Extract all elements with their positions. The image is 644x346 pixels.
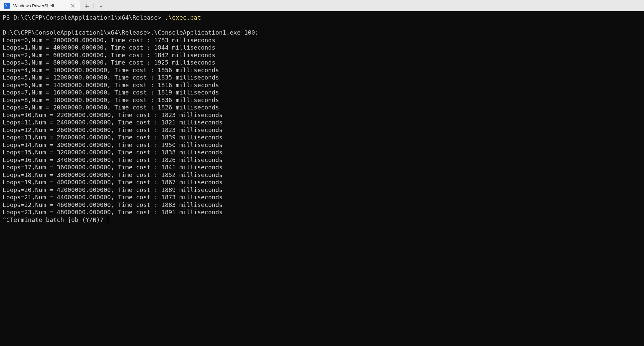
tab-title: Windows PowerShell xyxy=(13,3,66,8)
output-line: Loops=1,Num = 4000000.000000, Time cost … xyxy=(3,44,641,52)
output-line: Loops=16,Num = 34000000.000000, Time cos… xyxy=(3,156,641,164)
output-line: Loops=2,Num = 6000000.000000, Time cost … xyxy=(3,52,641,59)
output-line: Loops=0,Num = 2000000.000000, Time cost … xyxy=(3,37,641,44)
output-line: Loops=4,Num = 10000000.000000, Time cost… xyxy=(3,67,641,74)
tab-dropdown-button[interactable] xyxy=(95,1,107,11)
cursor xyxy=(108,216,108,223)
output-line: Loops=3,Num = 8000000.000000, Time cost … xyxy=(3,59,641,67)
output-line: Loops=18,Num = 38000000.000000, Time cos… xyxy=(3,171,641,179)
output-line: Loops=6,Num = 14000000.000000, Time cost… xyxy=(3,82,641,89)
output-line: Loops=8,Num = 18000000.000000, Time cost… xyxy=(3,96,641,104)
output-line: Loops=5,Num = 12000000.000000, Time cost… xyxy=(3,74,641,82)
output-line: Loops=23,Num = 48000000.000000, Time cos… xyxy=(3,209,641,216)
output-line: Loops=12,Num = 26000000.000000, Time cos… xyxy=(3,126,641,134)
terminal-window: Windows PowerShell PS D:\C\CPP\ConsoleAp… xyxy=(0,0,644,346)
output-line: Loops=15,Num = 32000000.000000, Time cos… xyxy=(3,149,641,156)
blank-line xyxy=(3,22,641,29)
output-line: Loops=19,Num = 40000000.000000, Time cos… xyxy=(3,179,641,186)
output-line: Loops=14,Num = 30000000.000000, Time cos… xyxy=(3,141,641,149)
terminate-prompt: ^CTerminate batch job (Y/N)? xyxy=(3,216,641,224)
output-line: Loops=20,Num = 42000000.000000, Time cos… xyxy=(3,186,641,194)
tab-powershell[interactable]: Windows PowerShell xyxy=(0,0,80,11)
new-tab-button[interactable] xyxy=(81,1,92,11)
output-line: Loops=9,Num = 20000000.000000, Time cost… xyxy=(3,104,641,111)
output-line: Loops=7,Num = 16000000.000000, Time cost… xyxy=(3,89,641,96)
output-line: Loops=22,Num = 46000000.000000, Time cos… xyxy=(3,201,641,209)
terminal-output[interactable]: PS D:\C\CPP\ConsoleApplication1\x64\Rele… xyxy=(0,11,644,346)
output-line: Loops=13,Num = 28000000.000000, Time cos… xyxy=(3,134,641,141)
close-tab-button[interactable] xyxy=(69,2,77,9)
tab-divider xyxy=(93,3,93,9)
powershell-icon xyxy=(4,3,10,9)
prompt-line: PS D:\C\CPP\ConsoleApplication1\x64\Rele… xyxy=(3,14,641,22)
output-line: Loops=10,Num = 22000000.000000, Time cos… xyxy=(3,111,641,119)
exec-line: D:\C\CPP\ConsoleApplication1\x64\Release… xyxy=(3,29,641,37)
output-line: Loops=21,Num = 44000000.000000, Time cos… xyxy=(3,194,641,201)
title-bar: Windows PowerShell xyxy=(0,0,644,11)
output-line: Loops=17,Num = 36000000.000000, Time cos… xyxy=(3,164,641,171)
output-line: Loops=11,Num = 24000000.000000, Time cos… xyxy=(3,119,641,126)
